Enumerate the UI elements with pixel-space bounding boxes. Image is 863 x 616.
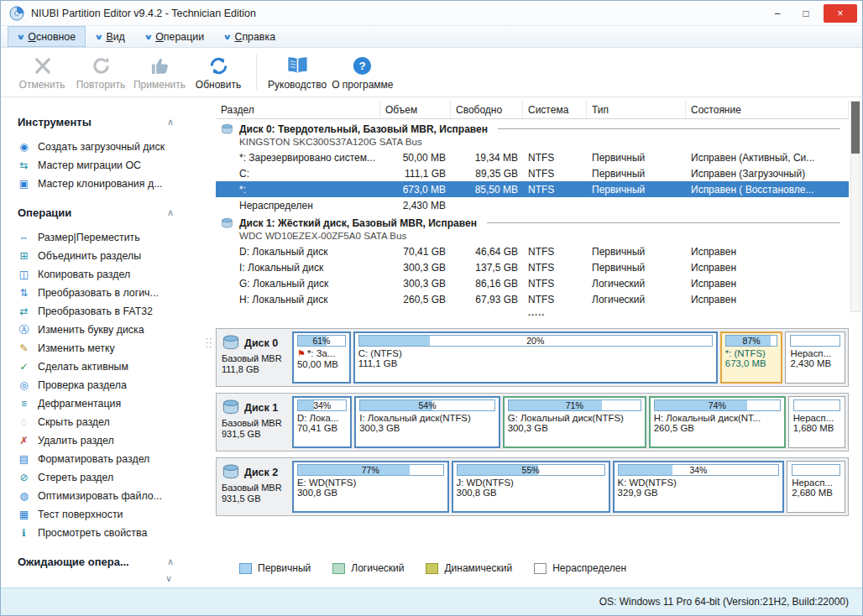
splitter-handle-icon: ······ bbox=[206, 337, 213, 349]
sidebar-item-convert-logical[interactable]: ⇅Преобразовать в логич... bbox=[18, 284, 202, 302]
partition-row[interactable]: C:111,1 GB89,35 GBNTFSПервичныйИсправен … bbox=[216, 165, 849, 181]
partition-block[interactable]: 77%E: WD(NTFS)300,8 GB bbox=[292, 461, 449, 513]
sidebar-section-header-tools[interactable]: Инструменты∧ bbox=[18, 114, 174, 129]
sidebar-item-label: Тест поверхности bbox=[38, 509, 123, 520]
partition-row[interactable]: D: Локальный диск70,41 GB46,64 GBNTFSПер… bbox=[216, 243, 849, 259]
about-button[interactable]: ?О программе bbox=[329, 55, 395, 91]
column-header-free[interactable]: Свободно bbox=[451, 101, 523, 118]
partition-block[interactable]: 34%D: Лока...70,41 GB bbox=[292, 396, 352, 448]
partition-block[interactable]: Нерасп...1,680 MB bbox=[788, 396, 845, 448]
sidebar-item-check-partition[interactable]: ◎Проверка раздела bbox=[18, 376, 202, 394]
sidebar-splitter[interactable]: ······ bbox=[202, 97, 216, 587]
partition-block[interactable]: Нерасп...2,680 MB bbox=[787, 461, 845, 513]
toolbar-button-label: Руководство bbox=[268, 79, 327, 91]
sidebar-item-merge-partitions[interactable]: ⊞Объединить разделы bbox=[18, 247, 202, 265]
scrollbar-thumb[interactable] bbox=[851, 102, 860, 154]
partition-block[interactable]: 61%⚑*: За...50,00 MB bbox=[292, 331, 351, 384]
sidebar-item-clone-disk[interactable]: ▣Мастер клонирования д... bbox=[18, 175, 202, 193]
sidebar-item-change-letter[interactable]: ⒶИзменить букву диска bbox=[18, 321, 202, 339]
usage-bar: 55% bbox=[457, 464, 605, 476]
refresh-button[interactable]: Обновить bbox=[189, 55, 248, 91]
sidebar-item-label: Форматировать раздел bbox=[38, 453, 149, 465]
sidebar-item-resize-move[interactable]: ⇔Размер|Переместить bbox=[18, 228, 202, 247]
menu-item-operations[interactable]: ∨Операции bbox=[135, 26, 214, 47]
properties-icon: ℹ bbox=[18, 527, 30, 539]
sidebar-item-boot-disc[interactable]: ◉Создать загрузочный диск bbox=[18, 138, 202, 156]
partition-row[interactable]: H: Локальный диск260,5 GB67,93 GBNTFSЛог… bbox=[216, 291, 849, 307]
partition-row[interactable]: I: Локальный диск300,3 GB137,5 GBNTFSПер… bbox=[216, 259, 849, 275]
os-migration-icon: ⇆ bbox=[18, 159, 30, 171]
sidebar-scroll-down-icon[interactable]: ∨ bbox=[165, 573, 172, 584]
partition-block[interactable]: 34%K: WD(NTFS)329,9 GB bbox=[613, 461, 785, 513]
sidebar-item-set-active[interactable]: ✓Сделать активным bbox=[18, 358, 202, 376]
partition-row[interactable]: *: Зарезервировано систем...50,00 MB19,3… bbox=[216, 149, 849, 165]
sidebar-item-label: Преобразовать в логич... bbox=[38, 287, 159, 299]
sidebar-item-wipe-partition[interactable]: ⊘Стереть раздел bbox=[18, 468, 202, 487]
column-header-status[interactable]: Состояние bbox=[686, 101, 849, 118]
partition-row[interactable]: G: Локальный диск300,3 GB86,16 GBNTFSЛог… bbox=[216, 275, 849, 291]
table-scrollbar[interactable] bbox=[850, 101, 860, 312]
minimize-button[interactable]: – bbox=[763, 4, 792, 23]
table-body: Диск 0: Твердотельный, Базовый MBR, Испр… bbox=[216, 119, 849, 320]
question-icon: ? bbox=[352, 55, 373, 77]
sidebar-item-surface-test[interactable]: ▦Тест поверхности bbox=[18, 505, 202, 524]
disk-name-row: Диск 1 bbox=[222, 399, 290, 417]
partition-block[interactable]: 71%G: Локальный диск(NTFS)300,3 GB bbox=[503, 396, 646, 448]
column-header-system[interactable]: Система bbox=[523, 101, 587, 118]
cell-size: 300,3 GB bbox=[380, 262, 451, 274]
column-header-partition[interactable]: Раздел bbox=[216, 101, 380, 118]
sidebar-section-header-pending[interactable]: Ожидающие опера...∧ bbox=[18, 554, 174, 569]
disk-info[interactable]: Диск 0Базовый MBR111,8 GB bbox=[219, 331, 290, 384]
partition-block[interactable]: 20%C: (NTFS)111,1 GB bbox=[353, 331, 718, 384]
disk-group-title-row: Диск 1: Жёсткий диск, Базовый MBR, Испра… bbox=[216, 216, 849, 230]
sidebar-item-format-partition[interactable]: ▤Форматировать раздел bbox=[18, 450, 202, 468]
sidebar-section-header-operations[interactable]: Операции∧ bbox=[18, 205, 174, 220]
undo-button[interactable]: Отменить bbox=[13, 55, 71, 91]
redo-button[interactable]: Повторить bbox=[71, 55, 130, 91]
table-header: РазделОбъемСвободноСистемаТипСостояние bbox=[216, 101, 849, 119]
column-header-size[interactable]: Объем bbox=[380, 101, 451, 118]
sidebar-item-os-migration[interactable]: ⇆Мастер миграции ОС bbox=[18, 156, 202, 175]
cell-name: D: Локальный диск bbox=[216, 246, 380, 258]
sidebar-item-hide-partition[interactable]: ◌Скрыть раздел bbox=[18, 413, 202, 431]
close-button[interactable]: × bbox=[824, 4, 857, 23]
cell-status: Исправен (Загрузочный) bbox=[686, 168, 849, 180]
sidebar-item-optimize-fs[interactable]: ◍Оптимизировать файло... bbox=[18, 487, 202, 505]
sidebar-item-properties[interactable]: ℹПросмотреть свойства bbox=[18, 524, 202, 542]
partition-row[interactable]: *:673,0 MB85,50 MBNTFSПервичныйИсправен … bbox=[216, 181, 849, 197]
menu-item-help[interactable]: ∨Справка bbox=[214, 26, 285, 47]
sidebar-item-delete-partition[interactable]: ✗Удалить раздел bbox=[18, 431, 202, 450]
sidebar-item-copy-partition[interactable]: ◫Копировать раздел bbox=[18, 265, 202, 284]
merge-partitions-icon: ⊞ bbox=[18, 250, 30, 262]
partition-block[interactable]: 55%J: WD(NTFS)300,8 GB bbox=[452, 461, 610, 513]
partition-block[interactable]: 54%I: Локальный диск(NTFS)300,3 GB bbox=[354, 396, 499, 448]
sidebar-item-convert-fat32[interactable]: ⇄Преобразовать в FAT32 bbox=[18, 302, 202, 321]
menu-item-view[interactable]: ∨Вид bbox=[86, 26, 135, 47]
cell-type: Первичный bbox=[587, 246, 686, 258]
legend-item: Динамический bbox=[426, 562, 512, 574]
usage-bar bbox=[793, 399, 840, 411]
usage-percent: 61% bbox=[298, 336, 345, 346]
redo-icon bbox=[91, 55, 112, 77]
partition-block[interactable]: 87%*: (NTFS)673,0 MB bbox=[720, 331, 783, 384]
column-header-type[interactable]: Тип bbox=[587, 101, 686, 118]
disk-info[interactable]: Диск 2Базовый MBR931,5 GB bbox=[219, 461, 290, 513]
maximize-button[interactable]: □ bbox=[792, 4, 820, 23]
cell-type: Первичный bbox=[587, 168, 686, 180]
svg-text:?: ? bbox=[359, 60, 366, 72]
sidebar-section-pending: Ожидающие опера...∧ bbox=[18, 554, 202, 569]
partition-block[interactable]: Нерасп...2,430 MB bbox=[785, 331, 845, 384]
cell-fs: NTFS bbox=[523, 294, 587, 305]
guide-button[interactable]: Руководство bbox=[265, 55, 329, 91]
disk-icon bbox=[221, 217, 233, 228]
menu-item-main[interactable]: ∨Основное bbox=[8, 26, 86, 47]
sidebar-item-defrag[interactable]: ≡Дефрагментация bbox=[18, 394, 202, 413]
partition-row[interactable]: Нераспределен2,430 MB bbox=[216, 197, 849, 213]
disk-model: KINGSTON SKC300S37A120G SATA Bus bbox=[216, 136, 849, 149]
sidebar-item-change-label[interactable]: ✎Изменить метку bbox=[18, 339, 202, 358]
partition-block[interactable]: 74%H: Локальный диск(NT...260,5 GB bbox=[649, 396, 786, 448]
disk-info[interactable]: Диск 1Базовый MBR931,5 GB bbox=[219, 396, 290, 448]
apply-button[interactable]: Применить bbox=[130, 55, 189, 91]
sidebar-item-label: Дефрагментация bbox=[38, 398, 121, 410]
toolbar-button-label: Отменить bbox=[19, 79, 65, 91]
